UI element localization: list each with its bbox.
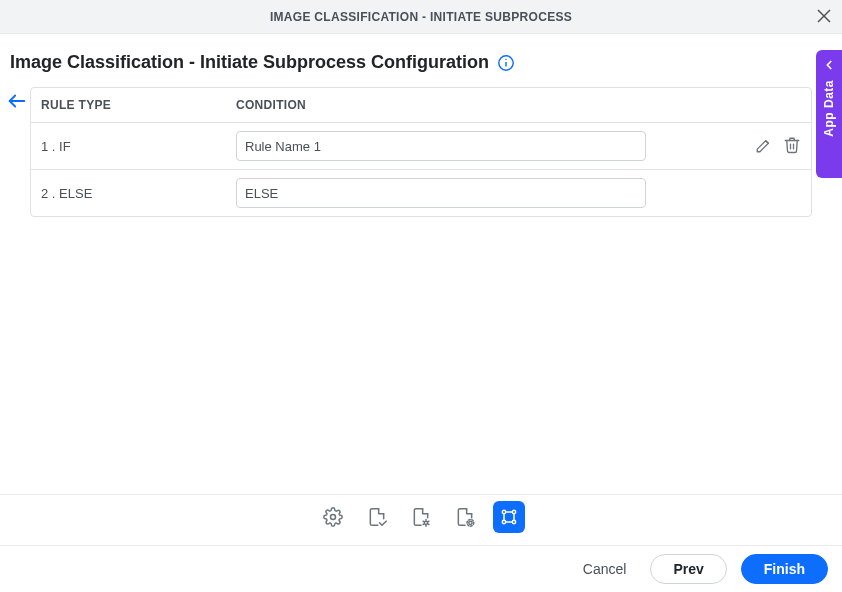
page-title-row: Image Classification - Initiate Subproce…	[0, 34, 842, 79]
row-actions	[731, 136, 801, 157]
table-row: 2 . ELSE	[31, 170, 811, 216]
document-settings-icon[interactable]	[449, 501, 481, 533]
rule-type-cell: 2 . ELSE	[41, 186, 236, 201]
back-arrow-icon[interactable]	[6, 90, 28, 116]
cancel-button[interactable]: Cancel	[573, 555, 637, 583]
header-condition: CONDITION	[236, 98, 731, 112]
rules-table: RULE TYPE CONDITION 1 . IF	[30, 87, 812, 217]
bottom-toolbar	[0, 494, 842, 546]
document-gear-icon[interactable]	[405, 501, 437, 533]
modal-header: IMAGE CLASSIFICATION - INITIATE SUBPROCE…	[0, 0, 842, 34]
svg-point-6	[331, 515, 336, 520]
info-icon[interactable]	[497, 54, 515, 72]
chevron-left-icon	[822, 58, 836, 76]
condition-cell	[236, 131, 731, 161]
gear-icon[interactable]	[317, 501, 349, 533]
delete-icon[interactable]	[783, 136, 801, 157]
condition-cell	[236, 178, 731, 208]
modal-title: IMAGE CLASSIFICATION - INITIATE SUBPROCE…	[270, 10, 572, 24]
edit-icon[interactable]	[755, 136, 773, 157]
rules-header: RULE TYPE CONDITION	[31, 88, 811, 123]
header-rule-type: RULE TYPE	[41, 98, 236, 112]
finish-button[interactable]: Finish	[741, 554, 828, 584]
close-icon[interactable]	[816, 7, 832, 27]
document-check-icon[interactable]	[361, 501, 393, 533]
svg-point-7	[424, 521, 427, 524]
condition-input[interactable]	[236, 178, 646, 208]
condition-input[interactable]	[236, 131, 646, 161]
svg-point-4	[505, 58, 506, 59]
app-data-label: App Data	[822, 80, 836, 137]
footer: Cancel Prev Finish	[0, 546, 842, 592]
svg-point-8	[469, 521, 472, 524]
workflow-icon[interactable]	[493, 501, 525, 533]
app-data-tab[interactable]: App Data	[816, 50, 842, 178]
page-title: Image Classification - Initiate Subproce…	[10, 52, 489, 73]
header-actions	[731, 98, 801, 112]
table-row: 1 . IF	[31, 123, 811, 170]
prev-button[interactable]: Prev	[650, 554, 726, 584]
rule-type-cell: 1 . IF	[41, 139, 236, 154]
